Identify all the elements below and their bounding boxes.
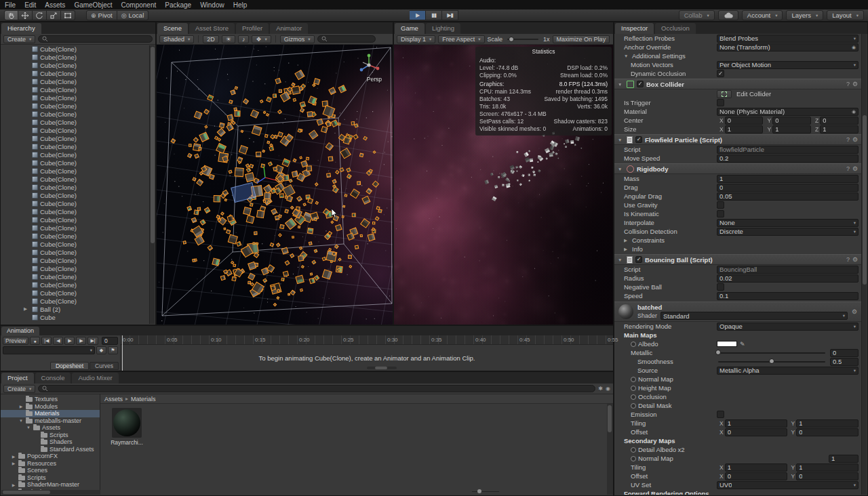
gear-icon[interactable]: ⚙ (852, 136, 858, 143)
project-search-input[interactable] (38, 385, 595, 392)
hierarchy-item[interactable]: Cube(Clone) (1, 264, 149, 272)
texture-slot-icon[interactable] (631, 403, 636, 409)
row-source[interactable]: SourceMetallic Alpha (614, 366, 861, 375)
row-smoothness[interactable]: Smoothness0.5 (614, 357, 861, 366)
hierarchy-item[interactable]: Cube(Clone) (1, 224, 149, 232)
help-icon[interactable]: ? (846, 136, 850, 143)
transport-next-key-button[interactable]: ▶ (76, 337, 86, 345)
row-height-map[interactable]: Height Map (614, 384, 861, 392)
dropdown-uv-set[interactable]: UV0 (717, 481, 859, 489)
row-is-kinematic[interactable]: Is Kinematic (614, 209, 861, 218)
scrollbar-thumb[interactable] (608, 405, 612, 432)
hierarchy-item[interactable]: Cube(Clone) (1, 85, 149, 94)
menu-assets[interactable]: Assets (45, 1, 65, 9)
hierarchy-item[interactable]: Cube(Clone) (1, 126, 149, 134)
script-field-script[interactable]: flowfieldParticle (717, 146, 859, 154)
hierarchy-item[interactable]: Cube(Clone) (1, 142, 149, 150)
transport-first-button[interactable]: |◀ (41, 337, 52, 345)
display-dropdown[interactable]: Display 1 (397, 35, 435, 43)
scene-viewport[interactable]: Persp (157, 45, 393, 325)
row-detail-mask[interactable]: Detail Mask (614, 401, 861, 410)
play-button[interactable]: ▶ (410, 10, 426, 20)
gear-icon[interactable]: ⚙ (852, 81, 858, 87)
asset-item[interactable]: Raymarchi... (108, 408, 145, 446)
fold-open-icon[interactable]: ▼ (618, 138, 624, 142)
menu-component[interactable]: Component (121, 1, 157, 9)
dropdown-collision-detection[interactable]: Discrete (717, 228, 859, 236)
row-uv-set[interactable]: UV SetUV0 (614, 480, 861, 489)
project-tree-item-scripts[interactable]: Scripts (1, 474, 100, 482)
hierarchy-item[interactable]: Cube(Clone) (1, 150, 149, 159)
layers-dropdown[interactable]: Layers (786, 10, 823, 20)
texture-slot-icon[interactable] (631, 394, 636, 400)
menu-edit[interactable]: Edit (24, 1, 36, 9)
row-radius[interactable]: Radius0.02 (614, 274, 861, 283)
checkbox-dynamic-occlusion[interactable]: ✓ (717, 70, 724, 77)
cloud-button[interactable] (718, 10, 738, 20)
object-field-anchor-override[interactable]: None (Transform) (717, 43, 859, 51)
field-tiling-x[interactable]: 1 (725, 419, 787, 428)
field-center-z[interactable]: 0 (820, 117, 859, 125)
checkbox-use-gravity[interactable] (717, 201, 724, 209)
row-speed[interactable]: Speed0.1 (614, 291, 861, 300)
gear-icon[interactable]: ⚙ (852, 165, 858, 172)
row-size[interactable]: SizeX1Y1Z1 (614, 125, 861, 133)
slider-value-metallic[interactable]: 0 (830, 349, 859, 357)
scene-tab-animator[interactable]: Animator (270, 23, 308, 34)
hierarchy-item[interactable]: Cube(Clone) (1, 159, 149, 167)
field-tiling-y[interactable]: 1 (796, 419, 859, 428)
scrollbar-thumb[interactable] (151, 47, 155, 243)
hierarchy-item[interactable]: Cube(Clone) (1, 53, 149, 61)
edit-collider-button[interactable] (717, 90, 732, 98)
dropdown-rendering-mode[interactable]: Opaque (717, 323, 859, 331)
dropdown-motion-vectors[interactable]: Per Object Motion (717, 61, 859, 69)
hierarchy-search-input[interactable] (38, 35, 153, 43)
row-material[interactable]: MaterialNone (Physic Material) (614, 107, 861, 116)
row-script[interactable]: ScriptflowfieldParticle (614, 145, 861, 154)
row-metallic[interactable]: Metallic0 (614, 348, 861, 357)
fold-closed-icon[interactable]: ▶ (18, 404, 24, 409)
project-tree-item-shaderman-master[interactable]: ▶ShaderMan-master (1, 481, 100, 489)
row-negative-ball[interactable]: Negative Ball (614, 283, 861, 291)
rect-tool-button[interactable] (61, 10, 75, 20)
breadcrumb-root[interactable]: Assets (104, 396, 123, 402)
script-field-script[interactable]: BouncingBall (717, 266, 859, 274)
tab-animation[interactable]: Animation (1, 327, 39, 335)
texture-slot-icon[interactable] (631, 456, 636, 461)
inspector-tab-inspector[interactable]: Inspector (615, 23, 654, 34)
scene-tab-profiler[interactable]: Profiler (236, 23, 269, 34)
component-header-rigidbody[interactable]: ▼Rigidbody?⚙ (614, 163, 861, 174)
hierarchy-item[interactable]: Cube (1, 313, 149, 321)
project-create-button[interactable]: Create (3, 385, 35, 393)
move-tool-button[interactable] (18, 10, 33, 20)
fold-open-icon[interactable]: ▼ (624, 54, 630, 58)
hierarchy-item[interactable]: Cube(Clone) (1, 118, 149, 126)
project-tab-console[interactable]: Console (35, 373, 71, 384)
timeline-ruler[interactable]: 0:000:050:100:150:200:250:300:350:400:45… (121, 335, 613, 345)
fold-open-icon[interactable]: ▼ (618, 82, 624, 87)
menu-window[interactable]: Window (200, 1, 224, 9)
field-mass[interactable]: 1 (717, 175, 859, 183)
project-tree-item-metaballs-master[interactable]: ▼metaballs-master (1, 417, 100, 425)
fold-closed-icon[interactable]: ▶ (624, 238, 630, 243)
texture-slot-icon[interactable] (631, 386, 636, 391)
hierarchy-item[interactable]: Cube(Clone) (1, 199, 149, 207)
project-tab-audio-mixer[interactable]: Audio Mixer (72, 373, 118, 384)
slider-smoothness[interactable] (718, 361, 825, 363)
hierarchy-item[interactable]: Cube(Clone) (1, 248, 149, 256)
texture-slot-icon[interactable] (631, 342, 636, 347)
playhead[interactable] (122, 335, 123, 371)
pause-button[interactable]: ▮▮ (426, 10, 442, 20)
fold-open-icon[interactable]: ▼ (618, 167, 624, 171)
hierarchy-create-button[interactable]: Create (3, 35, 35, 43)
project-tree-item-popcornfx[interactable]: ▶PopcornFX (1, 453, 100, 460)
transport-play-button[interactable]: ▶ (64, 337, 75, 345)
texture-slot-icon[interactable] (631, 377, 636, 382)
inspector-tab-occlusion[interactable]: Occlusion (655, 23, 696, 34)
hierarchy-item[interactable]: Cube(Clone) (1, 232, 149, 240)
row-tiling[interactable]: TilingX1Y1 (614, 463, 861, 472)
inspector-scrollbar[interactable] (861, 34, 867, 495)
row-motion-vectors[interactable]: Motion VectorsPer Object Motion (614, 60, 861, 69)
hierarchy-item[interactable]: Cube(Clone) (1, 110, 149, 118)
hierarchy-item[interactable]: Cube(Clone) (1, 240, 149, 248)
